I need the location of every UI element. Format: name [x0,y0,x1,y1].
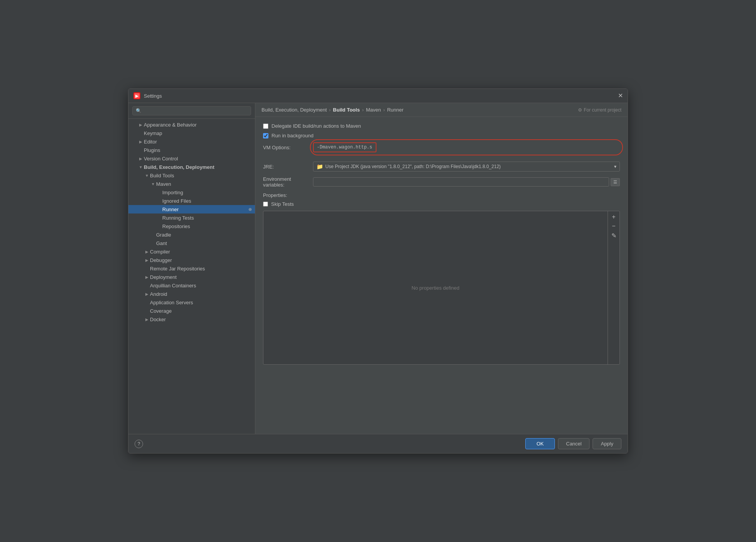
sidebar-item-editor[interactable]: ▶ Editor ⊕ [128,137,255,146]
breadcrumb-part-1: Build, Execution, Deployment [261,107,327,113]
sidebar-item-app-servers[interactable]: Application Servers [128,298,255,307]
sidebar-item-coverage[interactable]: Coverage ⊕ [128,307,255,315]
main-panel: Build, Execution, Deployment › Build Too… [255,103,628,434]
settings-tree: ▶ Appearance & Behavior ⊕ Keymap ▶ Edito… [128,119,255,434]
sidebar-item-label: Appearance & Behavior [144,122,248,128]
sidebar-item-label: Runner [162,207,248,212]
settings-icon: ⚙ [578,107,582,113]
for-current-label: For current project [584,107,621,113]
sidebar-item-gradle[interactable]: Gradle ⊕ [128,230,255,239]
properties-content: No properties defined [263,211,608,364]
bottom-left: ? [135,440,143,448]
search-input[interactable] [132,106,251,115]
breadcrumb: Build, Execution, Deployment › Build Too… [255,103,628,117]
title-bar: ▶ Settings ✕ [128,89,628,103]
sidebar-item-debugger[interactable]: ▶ Debugger ⊕ [128,256,255,264]
sidebar-item-docker[interactable]: ▶ Docker ⊕ [128,315,255,324]
sidebar-item-appearance[interactable]: ▶ Appearance & Behavior ⊕ [128,120,255,129]
sidebar-item-label: Maven [156,181,248,187]
arrow-build-exec-deploy: ▼ [138,164,144,170]
sidebar-item-maven[interactable]: ▼ Maven ⊕ [128,180,255,188]
skip-tests-checkbox[interactable] [263,202,268,207]
arrow-arquillian [144,282,150,289]
sidebar-item-label: Build Tools [150,173,248,178]
arrow-compiler: ▶ [144,248,150,255]
sidebar: ▶ Appearance & Behavior ⊕ Keymap ▶ Edito… [128,103,255,434]
apply-button[interactable]: Apply [593,438,621,449]
delegate-checkbox[interactable] [263,123,268,129]
main-content: ▶ Appearance & Behavior ⊕ Keymap ▶ Edito… [128,103,628,434]
arrow-plugins [138,147,144,153]
sidebar-item-label: Plugins [144,147,252,153]
arrow-remote-jar [144,265,150,272]
sidebar-item-arquillian[interactable]: Arquillian Containers ⊕ [128,281,255,290]
sidebar-item-label: Keymap [144,130,252,136]
vm-options-label: VM Options: [263,145,313,150]
sidebar-item-label: Build, Execution, Deployment [144,164,248,170]
jre-select[interactable]: 📁 Use Project JDK (java version "1.8.0_2… [313,162,620,172]
sidebar-item-ignored-files[interactable]: Ignored Files ⊕ [128,197,255,205]
run-background-checkbox[interactable] [263,133,268,138]
env-browse-button[interactable]: ☰ [611,178,620,186]
sidebar-item-label: Android [150,291,248,297]
breadcrumb-part-2: Build Tools [333,107,360,113]
arrow-ignored-files [156,198,162,204]
sidebar-item-label: Gant [156,240,248,246]
remove-property-button[interactable]: − [609,222,618,230]
arrow-docker: ▶ [144,316,150,322]
sidebar-item-label: Deployment [150,274,248,280]
sidebar-item-build-tools[interactable]: ▼ Build Tools ⊕ [128,171,255,180]
arrow-build-tools: ▼ [144,172,150,178]
jre-value: Use Project JDK (java version "1.8.0_212… [325,164,501,169]
close-button[interactable]: ✕ [618,93,623,99]
run-background-row: Run in background [263,133,620,138]
sidebar-item-repositories[interactable]: Repositories ⊕ [128,222,255,230]
cancel-button[interactable]: Cancel [558,438,589,449]
run-background-label: Run in background [271,133,313,138]
search-box [128,103,255,119]
sidebar-item-gant[interactable]: Gant ⊕ [128,239,255,247]
title-bar-left: ▶ Settings [133,92,162,100]
arrow-repositories [156,223,162,229]
properties-section: Properties: Skip Tests No properties def… [263,192,620,365]
jre-row: JRE: 📁 Use Project JDK (java version "1.… [263,162,620,172]
arrow-app-servers [144,299,150,305]
sidebar-item-deployment[interactable]: ▶ Deployment ⊕ [128,273,255,281]
breadcrumb-sep-1: › [329,107,331,113]
ok-button[interactable]: OK [525,438,555,449]
sidebar-item-label: Importing [162,190,248,195]
breadcrumb-part-3: Maven [366,107,381,113]
sidebar-item-compiler[interactable]: ▶ Compiler ⊕ [128,247,255,256]
sidebar-item-build-exec-deploy[interactable]: ▼ Build, Execution, Deployment ⊕ [128,163,255,171]
arrow-deployment: ▶ [144,274,150,280]
dropdown-arrow-icon: ▾ [614,164,616,169]
sidebar-item-keymap[interactable]: Keymap [128,129,255,137]
help-button[interactable]: ? [135,440,143,448]
folder-icon: 📁 [316,163,323,170]
add-property-button[interactable]: + [609,213,618,221]
sidebar-item-runner[interactable]: Runner ⊕ [128,205,255,213]
arrow-gant [150,240,156,246]
sidebar-item-label: Debugger [150,257,248,263]
env-input[interactable] [313,177,609,187]
sidebar-item-remote-jar[interactable]: Remote Jar Repositories ⊕ [128,264,255,273]
edit-property-button[interactable]: ✎ [609,231,618,240]
properties-label: Properties: [263,192,620,198]
vm-options-input[interactable] [313,142,376,152]
arrow-editor: ▶ [138,138,144,145]
sidebar-item-label: Running Tests [162,215,248,221]
bottom-right: OK Cancel Apply [525,438,621,449]
skip-tests-label: Skip Tests [271,201,294,207]
delegate-label: Delegate IDE build/run actions to Maven [271,123,361,129]
sidebar-item-running-tests[interactable]: Running Tests ⊕ [128,213,255,222]
sidebar-item-android[interactable]: ▶ Android ⊕ [128,290,255,298]
sidebar-item-importing[interactable]: Importing ⊕ [128,188,255,197]
sidebar-item-plugins[interactable]: Plugins [128,146,255,154]
sidebar-item-label: Repositories [162,223,248,229]
env-label: Environment variables: [263,176,313,188]
no-properties-text: No properties defined [411,285,459,291]
vm-options-row: VM Options: [263,142,620,152]
breadcrumb-sep-2: › [362,107,364,113]
sidebar-item-version-control[interactable]: ▶ Version Control ⊕ [128,154,255,163]
arrow-gradle [150,232,156,238]
